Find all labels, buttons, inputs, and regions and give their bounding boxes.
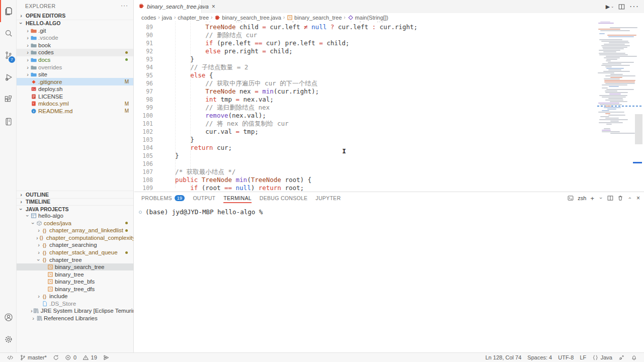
code-line-98[interactable]: 98 int tmp = nex.val;	[134, 96, 596, 104]
java-item-binary-search-tree[interactable]: ›binary_search_tree	[17, 263, 133, 271]
code-line-89[interactable]: 89 TreeNode child = cur.left ≠ null ? cu…	[134, 23, 596, 31]
code-line-103[interactable]: 103 }	[134, 136, 596, 144]
java-item-referenced-libraries[interactable]: ›Referenced Libraries	[17, 315, 133, 322]
status-item-braces-icon[interactable]: Java	[589, 353, 615, 362]
java-projects-section[interactable]: › JAVA PROJECTS	[17, 205, 133, 212]
java-item-codes-java[interactable]: ›codes/java	[17, 220, 133, 227]
terminal-prompt[interactable]: (base) jyd@JYD-MBP hello-algo %	[145, 208, 263, 216]
status-item-error-icon[interactable]: 0	[62, 353, 79, 362]
explorer-more-actions-icon[interactable]: ···	[121, 2, 128, 9]
breadcrumb-item-binary-search-tree[interactable]: binary_search_tree	[287, 15, 342, 21]
code-line-102[interactable]: 102 cur.val = tmp;	[134, 128, 596, 136]
breadcrumb-item-main-string[interactable]: main(String[])	[348, 15, 388, 21]
explorer-item-readme-md[interactable]: ›README.mdM	[17, 108, 133, 115]
status-item-tools-icon[interactable]	[615, 353, 628, 362]
timeline-section[interactable]: › TIMELINE	[17, 198, 133, 205]
code-line-95[interactable]: 95 else {	[134, 71, 596, 79]
source-control-activity-button[interactable]: 7	[0, 44, 17, 66]
code-line-91[interactable]: 91 if (pre.left == cur) pre.left = child…	[134, 39, 596, 47]
run-java-button[interactable]: ▶ ⌄	[606, 4, 614, 10]
status-item-warning-icon[interactable]: 19	[79, 353, 100, 362]
java-item-include[interactable]: ›{}include	[17, 293, 133, 300]
code-line-99[interactable]: 99 // 递归删除结点 nex	[134, 104, 596, 112]
explorer-item-book[interactable]: ›book	[17, 42, 133, 49]
code-line-101[interactable]: 101 // 将 nex 的值复制给 cur	[134, 120, 596, 128]
code-editor[interactable]: 88 // 当子结点数量 = 0 / 1 时，child = null / 该子…	[134, 0, 596, 192]
java-item-chapter-stack-and-queue[interactable]: ›{}chapter_stack_and_queue	[17, 249, 133, 256]
breadcrumb-item-codes[interactable]: codes	[141, 15, 156, 21]
code-line-90[interactable]: 90 // 删除结点 cur	[134, 31, 596, 39]
more-actions-icon[interactable]: ···	[629, 2, 639, 11]
close-panel-icon[interactable]: ×	[636, 195, 640, 202]
extensions-activity-button[interactable]	[0, 88, 17, 111]
panel-tab-problems[interactable]: PROBLEMS19	[141, 192, 185, 204]
java-item-hello-algo[interactable]: ›hello-algo	[17, 212, 133, 220]
code-line-107[interactable]: 107 /* 获取最小结点 */	[134, 168, 596, 176]
code-line-93[interactable]: 93 }	[134, 55, 596, 63]
explorer-item-license[interactable]: ›LICENSE	[17, 93, 133, 100]
explorer-item-mkdocs-yml[interactable]: ›mkdocs.ymlM	[17, 100, 133, 108]
outline-section[interactable]: › OUTLINE	[17, 191, 133, 198]
run-debug-activity-button[interactable]	[0, 66, 17, 88]
status-item-lf[interactable]: LF	[577, 353, 589, 362]
panel-tab-debug-console[interactable]: DEBUG CONSOLE	[260, 192, 308, 204]
code-line-104[interactable]: 104 return cur;	[134, 144, 596, 152]
split-editor-icon[interactable]	[618, 4, 625, 10]
java-item-ds-store[interactable]: ›.DS_Store	[17, 300, 133, 308]
java-item-binary-tree-bfs[interactable]: ›binary_tree_bfs	[17, 278, 133, 286]
code-line-106[interactable]: 106	[134, 160, 596, 168]
explorer-item-deploy-sh[interactable]: ›deploy.sh	[17, 85, 133, 93]
code-line-108[interactable]: 108 public TreeNode min(TreeNode root) {	[134, 176, 596, 184]
java-item-jre-system-library-eclipse-temurin-17-17[interactable]: ›JRE System Library [Eclipse Temurin 17 …	[17, 307, 133, 315]
code-line-92[interactable]: 92 else pre.right = child;	[134, 47, 596, 55]
code-line-94[interactable]: 94 // 子结点数量 = 2	[134, 63, 596, 71]
notebook-activity-button[interactable]	[0, 111, 17, 133]
code-line-109[interactable]: 109 if (root == null) return root;	[134, 184, 596, 192]
panel-tab-terminal[interactable]: TERMINAL	[223, 192, 252, 204]
new-terminal-icon[interactable]: +	[590, 195, 594, 202]
java-item-chapter-array-and-linkedlist[interactable]: ›{}chapter_array_and_linkedlist	[17, 227, 133, 234]
code-line-100[interactable]: 100 remove(nex.val);	[134, 112, 596, 120]
breadcrumb-item-chapter-tree[interactable]: chapter_tree	[178, 15, 209, 21]
panel-tab-output[interactable]: OUTPUT	[193, 192, 215, 204]
breadcrumb-item-binary-search-tree-java[interactable]: binary_search_tree.java	[214, 15, 281, 21]
explorer-item-site[interactable]: ›site	[17, 71, 133, 78]
minimap[interactable]	[596, 13, 644, 192]
status-item-sync-icon[interactable]	[50, 353, 62, 362]
status-item-ln-128-col-74[interactable]: Ln 128, Col 74	[482, 353, 525, 362]
open-editors-section[interactable]: › OPEN EDITORS	[17, 12, 133, 19]
explorer-item-vscode[interactable]: ›.vscode	[17, 34, 133, 42]
explorer-item-gitignore[interactable]: ›.gitignoreM	[17, 78, 133, 85]
java-item-chapter-tree[interactable]: ›{}chapter_tree	[17, 256, 133, 263]
java-item-chapter-computational-complexity[interactable]: ›{}chapter_computational_complexity	[17, 234, 133, 242]
split-terminal-icon[interactable]	[607, 195, 613, 201]
code-line-105[interactable]: 105 }	[134, 152, 596, 160]
settings-button[interactable]	[0, 328, 17, 350]
panel-tab-jupyter[interactable]: JUPYTER	[315, 192, 341, 204]
terminal-dropdown-icon[interactable]: ›	[598, 196, 603, 201]
status-item-git-branch-icon[interactable]: master*	[17, 353, 50, 362]
java-item-chapter-searching[interactable]: ›{}chapter_searching	[17, 241, 133, 249]
explorer-item-codes[interactable]: ›codes	[17, 49, 133, 56]
explorer-activity-button[interactable]	[0, 0, 17, 22]
terminal-shell-label[interactable]: zsh	[578, 195, 586, 201]
minimap-slider[interactable]	[635, 114, 642, 144]
explorer-item-overrides[interactable]: ›overrides	[17, 63, 133, 71]
breadcrumb-item-java[interactable]: java	[162, 15, 172, 21]
java-item-binary-tree[interactable]: ›binary_tree	[17, 270, 133, 278]
explorer-item-git[interactable]: ›.git	[17, 27, 133, 35]
status-item-remote-icon[interactable]	[4, 353, 17, 362]
search-activity-button[interactable]	[0, 22, 17, 44]
root-folder-section[interactable]: › HELLO-ALGO	[17, 20, 133, 27]
status-item-run-task-icon[interactable]	[100, 353, 113, 362]
explorer-item-docs[interactable]: ›docs	[17, 56, 133, 64]
status-item-bell-icon[interactable]	[628, 353, 640, 362]
java-item-binary-tree-dfs[interactable]: ›binary_tree_dfs	[17, 285, 133, 293]
status-item-utf-8[interactable]: UTF-8	[555, 353, 577, 362]
code-line-96[interactable]: 96 // 获取中序遍历中 cur 的下一个结点	[134, 79, 596, 87]
kill-terminal-trash-icon[interactable]	[617, 195, 623, 201]
account-button[interactable]	[0, 306, 17, 328]
status-item-spaces-4[interactable]: Spaces: 4	[524, 353, 555, 362]
maximize-panel-icon[interactable]: ›	[627, 196, 632, 201]
code-line-97[interactable]: 97 TreeNode nex = min(cur.right);	[134, 87, 596, 96]
